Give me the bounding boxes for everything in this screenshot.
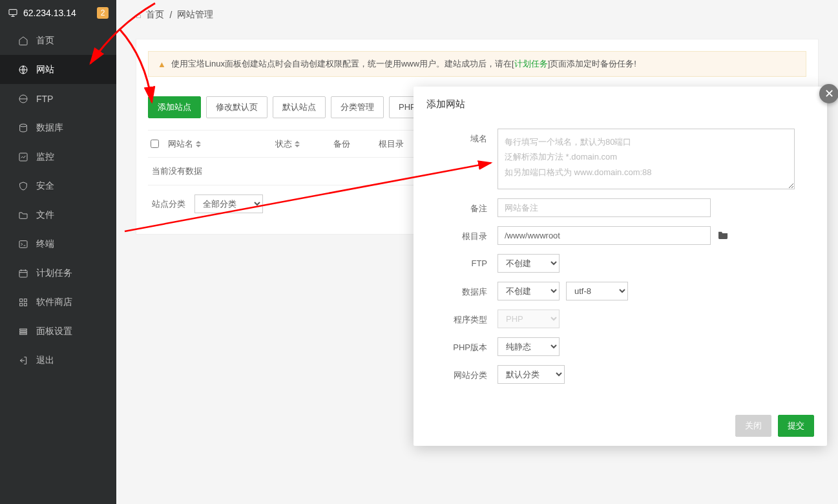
sidebar-item-label: 首页: [36, 35, 54, 47]
modal-body: 域名 备注 根目录 FTP 不创建 数据库 不创建 utf-8 程: [414, 122, 827, 406]
label-ptype: 程序类型: [439, 310, 498, 326]
svg-rect-9: [20, 303, 23, 306]
warning-icon: ▲: [158, 59, 166, 69]
globe-icon: [18, 94, 28, 104]
breadcrumb-home[interactable]: 首页: [146, 9, 164, 21]
domain-textarea[interactable]: [498, 129, 795, 189]
db-select[interactable]: 不创建: [498, 282, 560, 300]
add-site-button[interactable]: 添加站点: [148, 96, 201, 118]
label-ftp: FTP: [439, 254, 498, 268]
sidebar-item-label: 监控: [36, 151, 54, 163]
clock-icon: [18, 268, 28, 278]
modal-title: 添加网站: [414, 87, 827, 122]
sidebar-item-label: FTP: [36, 94, 53, 104]
svg-rect-6: [19, 270, 27, 277]
breadcrumb-current: 网站管理: [177, 9, 213, 21]
svg-rect-12: [20, 331, 27, 332]
alert-banner: ▲ 使用宝塔Linux面板创建站点时会自动创建权限配置，统一使用www用户。建站…: [148, 51, 806, 77]
svg-rect-13: [20, 333, 27, 334]
sort-icon: [295, 140, 300, 149]
sidebar-item-label: 网站: [36, 64, 54, 76]
database-icon: [18, 123, 28, 133]
label-sitecat: 网站分类: [439, 365, 498, 381]
shield-icon: [18, 181, 28, 191]
category-manage-button[interactable]: 分类管理: [331, 96, 384, 118]
svg-rect-10: [24, 303, 26, 306]
settings-icon: [18, 326, 28, 337]
sidebar-item-label: 数据库: [36, 122, 63, 134]
monitor-icon: [8, 8, 18, 18]
default-page-button[interactable]: 修改默认页: [206, 96, 267, 118]
sidebar-item-label: 面板设置: [36, 326, 72, 337]
default-site-button[interactable]: 默认站点: [273, 96, 326, 118]
sidebar-item-files[interactable]: 文件: [0, 200, 116, 229]
sidebar: 62.234.13.14 2 首页 网站 FTP 数据库 监控 安全 文件 终端…: [0, 0, 116, 504]
program-type-select: PHP: [498, 310, 560, 328]
sidebar-item-cron[interactable]: 计划任务: [0, 258, 116, 288]
svg-rect-0: [9, 10, 17, 15]
add-site-modal: ✕ 添加网站 域名 备注 根目录 FTP 不创建 数据库 不创建 utf-8: [414, 87, 827, 446]
label-root: 根目录: [439, 226, 498, 242]
label-domain: 域名: [439, 129, 498, 145]
modal-close-button[interactable]: 关闭: [735, 415, 771, 437]
label-db: 数据库: [439, 282, 498, 298]
note-input[interactable]: [498, 198, 711, 217]
sidebar-item-database[interactable]: 数据库: [0, 113, 116, 142]
alert-text: 使用宝塔Linux面板创建站点时会自动创建权限配置，统一使用www用户。建站成功…: [171, 58, 636, 70]
close-icon[interactable]: ✕: [819, 84, 838, 103]
svg-rect-5: [19, 240, 27, 247]
logout-icon: [18, 355, 28, 366]
svg-rect-8: [24, 299, 26, 301]
sidebar-item-label: 计划任务: [36, 268, 72, 279]
sidebar-item-appstore[interactable]: 软件商店: [0, 288, 116, 317]
select-all-checkbox[interactable]: [151, 140, 159, 148]
sidebar-item-terminal[interactable]: 终端: [0, 229, 116, 258]
grid-icon: [18, 297, 28, 308]
sort-icon: [196, 140, 201, 149]
sidebar-header: 62.234.13.14 2: [0, 0, 116, 26]
col-status[interactable]: 状态: [275, 138, 333, 150]
alert-link[interactable]: 计划任务: [514, 59, 548, 68]
sidebar-item-settings[interactable]: 面板设置: [0, 317, 116, 346]
modal-footer: 关闭 提交: [414, 406, 827, 446]
label-phpv: PHP版本: [439, 337, 498, 353]
php-version-select[interactable]: 纯静态: [498, 337, 560, 356]
site-category-select[interactable]: 默认分类: [498, 365, 565, 384]
folder-picker-icon[interactable]: [717, 230, 729, 242]
sidebar-item-ftp[interactable]: FTP: [0, 84, 116, 113]
sidebar-item-website[interactable]: 网站: [0, 55, 116, 84]
sidebar-item-home[interactable]: 首页: [0, 26, 116, 55]
ftp-select[interactable]: 不创建: [498, 254, 560, 273]
filter-select[interactable]: 全部分类: [194, 194, 263, 213]
charset-select[interactable]: utf-8: [566, 282, 628, 300]
terminal-icon: [18, 239, 28, 249]
breadcrumb: ⌂ 首页 / 网站管理: [116, 0, 838, 26]
filter-label: 站点分类: [152, 198, 185, 210]
notification-badge[interactable]: 2: [97, 7, 109, 19]
sidebar-item-label: 退出: [36, 355, 54, 366]
sidebar-item-label: 软件商店: [36, 297, 72, 308]
folder-icon: [18, 210, 28, 220]
sidebar-item-logout[interactable]: 退出: [0, 346, 116, 375]
svg-point-3: [20, 124, 27, 127]
globe-icon: [18, 65, 28, 75]
col-name[interactable]: 网站名: [165, 138, 275, 150]
modal-submit-button[interactable]: 提交: [778, 415, 814, 437]
chart-icon: [18, 152, 28, 162]
label-note: 备注: [439, 198, 498, 215]
home-icon: ⌂: [136, 10, 141, 20]
server-ip: 62.234.13.14: [23, 8, 76, 18]
home-icon: [18, 36, 28, 46]
sidebar-item-label: 终端: [36, 238, 54, 250]
sidebar-item-monitor[interactable]: 监控: [0, 142, 116, 171]
sidebar-item-label: 安全: [36, 180, 54, 192]
sidebar-item-security[interactable]: 安全: [0, 171, 116, 200]
col-backup: 备份: [333, 138, 379, 150]
svg-rect-11: [20, 329, 27, 330]
root-input[interactable]: [498, 226, 711, 245]
breadcrumb-sep: /: [169, 10, 172, 20]
svg-rect-7: [20, 299, 23, 301]
sidebar-item-label: 文件: [36, 209, 54, 221]
